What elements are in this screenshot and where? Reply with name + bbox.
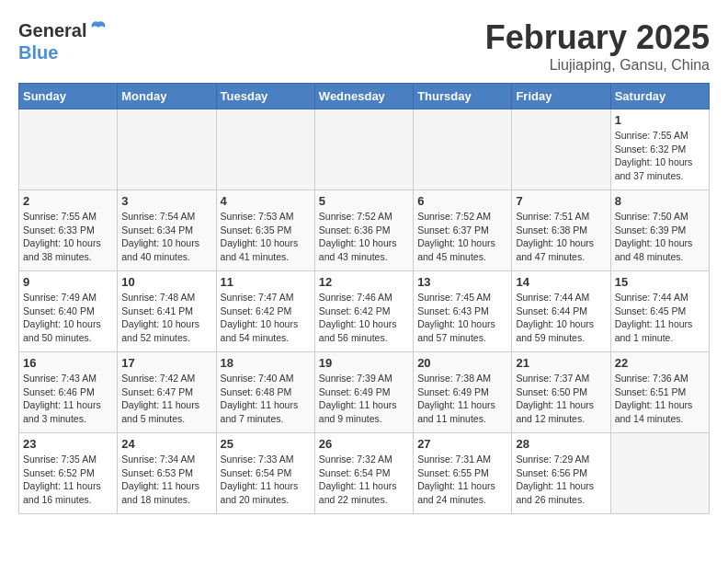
day-number: 13 bbox=[417, 275, 507, 289]
calendar-cell: 4Sunrise: 7:53 AM Sunset: 6:35 PM Daylig… bbox=[216, 190, 314, 271]
calendar-cell: 15Sunrise: 7:44 AM Sunset: 6:45 PM Dayli… bbox=[610, 271, 709, 352]
weekday-header-row: SundayMondayTuesdayWednesdayThursdayFrid… bbox=[19, 84, 710, 109]
day-number: 6 bbox=[417, 194, 507, 208]
day-number: 23 bbox=[23, 437, 113, 451]
day-number: 26 bbox=[319, 437, 409, 451]
day-info: Sunrise: 7:40 AM Sunset: 6:48 PM Dayligh… bbox=[221, 372, 311, 426]
day-info: Sunrise: 7:37 AM Sunset: 6:50 PM Dayligh… bbox=[516, 372, 606, 426]
logo-general: General bbox=[18, 20, 86, 41]
calendar-cell: 12Sunrise: 7:46 AM Sunset: 6:42 PM Dayli… bbox=[314, 271, 413, 352]
day-info: Sunrise: 7:34 AM Sunset: 6:53 PM Dayligh… bbox=[121, 453, 211, 507]
day-info: Sunrise: 7:51 AM Sunset: 6:38 PM Dayligh… bbox=[516, 210, 606, 264]
title-section: February 2025 Liujiaping, Gansu, China bbox=[485, 18, 710, 74]
logo: General Blue bbox=[18, 18, 110, 63]
calendar-table: SundayMondayTuesdayWednesdayThursdayFrid… bbox=[18, 83, 710, 514]
day-info: Sunrise: 7:35 AM Sunset: 6:52 PM Dayligh… bbox=[23, 453, 113, 507]
weekday-header-tuesday: Tuesday bbox=[216, 84, 314, 109]
day-info: Sunrise: 7:52 AM Sunset: 6:36 PM Dayligh… bbox=[319, 210, 409, 264]
calendar-cell bbox=[512, 109, 610, 190]
day-info: Sunrise: 7:42 AM Sunset: 6:47 PM Dayligh… bbox=[121, 372, 211, 426]
day-number: 10 bbox=[121, 275, 211, 289]
day-number: 21 bbox=[516, 356, 606, 370]
day-number: 18 bbox=[221, 356, 311, 370]
day-number: 7 bbox=[516, 194, 606, 208]
day-info: Sunrise: 7:54 AM Sunset: 6:34 PM Dayligh… bbox=[121, 210, 211, 264]
day-number: 17 bbox=[121, 356, 211, 370]
day-number: 27 bbox=[417, 437, 507, 451]
logo-bird-icon bbox=[88, 18, 108, 42]
calendar-cell: 11Sunrise: 7:47 AM Sunset: 6:42 PM Dayli… bbox=[216, 271, 314, 352]
weekday-header-sunday: Sunday bbox=[19, 84, 118, 109]
calendar-week-3: 9Sunrise: 7:49 AM Sunset: 6:40 PM Daylig… bbox=[19, 271, 710, 352]
calendar-subtitle: Liujiaping, Gansu, China bbox=[485, 57, 710, 74]
day-info: Sunrise: 7:50 AM Sunset: 6:39 PM Dayligh… bbox=[615, 210, 705, 264]
calendar-cell: 25Sunrise: 7:33 AM Sunset: 6:54 PM Dayli… bbox=[216, 433, 314, 514]
weekday-header-saturday: Saturday bbox=[610, 84, 709, 109]
calendar-cell: 5Sunrise: 7:52 AM Sunset: 6:36 PM Daylig… bbox=[314, 190, 413, 271]
calendar-cell bbox=[610, 433, 709, 514]
day-number: 15 bbox=[615, 275, 705, 289]
day-info: Sunrise: 7:48 AM Sunset: 6:41 PM Dayligh… bbox=[121, 291, 211, 345]
weekday-header-thursday: Thursday bbox=[414, 84, 512, 109]
day-number: 20 bbox=[417, 356, 507, 370]
calendar-cell: 6Sunrise: 7:52 AM Sunset: 6:37 PM Daylig… bbox=[414, 190, 512, 271]
calendar-cell: 27Sunrise: 7:31 AM Sunset: 6:55 PM Dayli… bbox=[414, 433, 512, 514]
calendar-cell bbox=[118, 109, 216, 190]
calendar-cell: 19Sunrise: 7:39 AM Sunset: 6:49 PM Dayli… bbox=[314, 352, 413, 433]
day-info: Sunrise: 7:36 AM Sunset: 6:51 PM Dayligh… bbox=[615, 372, 705, 426]
day-number: 14 bbox=[516, 275, 606, 289]
calendar-cell: 7Sunrise: 7:51 AM Sunset: 6:38 PM Daylig… bbox=[512, 190, 610, 271]
day-info: Sunrise: 7:55 AM Sunset: 6:32 PM Dayligh… bbox=[615, 129, 705, 183]
calendar-cell bbox=[216, 109, 314, 190]
day-info: Sunrise: 7:32 AM Sunset: 6:54 PM Dayligh… bbox=[319, 453, 409, 507]
day-info: Sunrise: 7:33 AM Sunset: 6:54 PM Dayligh… bbox=[221, 453, 311, 507]
calendar-cell: 2Sunrise: 7:55 AM Sunset: 6:33 PM Daylig… bbox=[19, 190, 118, 271]
day-number: 9 bbox=[23, 275, 113, 289]
calendar-cell: 14Sunrise: 7:44 AM Sunset: 6:44 PM Dayli… bbox=[512, 271, 610, 352]
calendar-cell: 24Sunrise: 7:34 AM Sunset: 6:53 PM Dayli… bbox=[118, 433, 216, 514]
calendar-title: February 2025 bbox=[485, 18, 710, 57]
calendar-cell: 9Sunrise: 7:49 AM Sunset: 6:40 PM Daylig… bbox=[19, 271, 118, 352]
page-header: General Blue February 2025 Liujiaping, G… bbox=[18, 18, 710, 74]
day-number: 4 bbox=[221, 194, 311, 208]
day-info: Sunrise: 7:31 AM Sunset: 6:55 PM Dayligh… bbox=[417, 453, 507, 507]
day-number: 1 bbox=[615, 113, 705, 127]
day-number: 22 bbox=[615, 356, 705, 370]
calendar-week-1: 1Sunrise: 7:55 AM Sunset: 6:32 PM Daylig… bbox=[19, 109, 710, 190]
calendar-cell: 8Sunrise: 7:50 AM Sunset: 6:39 PM Daylig… bbox=[610, 190, 709, 271]
day-info: Sunrise: 7:29 AM Sunset: 6:56 PM Dayligh… bbox=[516, 453, 606, 507]
day-info: Sunrise: 7:45 AM Sunset: 6:43 PM Dayligh… bbox=[417, 291, 507, 345]
day-number: 24 bbox=[121, 437, 211, 451]
calendar-cell: 10Sunrise: 7:48 AM Sunset: 6:41 PM Dayli… bbox=[118, 271, 216, 352]
calendar-cell: 28Sunrise: 7:29 AM Sunset: 6:56 PM Dayli… bbox=[512, 433, 610, 514]
calendar-cell: 20Sunrise: 7:38 AM Sunset: 6:49 PM Dayli… bbox=[414, 352, 512, 433]
weekday-header-monday: Monday bbox=[118, 84, 216, 109]
day-number: 25 bbox=[221, 437, 311, 451]
calendar-cell: 13Sunrise: 7:45 AM Sunset: 6:43 PM Dayli… bbox=[414, 271, 512, 352]
weekday-header-wednesday: Wednesday bbox=[314, 84, 413, 109]
calendar-week-5: 23Sunrise: 7:35 AM Sunset: 6:52 PM Dayli… bbox=[19, 433, 710, 514]
day-info: Sunrise: 7:47 AM Sunset: 6:42 PM Dayligh… bbox=[221, 291, 311, 345]
calendar-cell: 21Sunrise: 7:37 AM Sunset: 6:50 PM Dayli… bbox=[512, 352, 610, 433]
calendar-cell: 17Sunrise: 7:42 AM Sunset: 6:47 PM Dayli… bbox=[118, 352, 216, 433]
calendar-week-4: 16Sunrise: 7:43 AM Sunset: 6:46 PM Dayli… bbox=[19, 352, 710, 433]
logo-blue: Blue bbox=[18, 42, 58, 63]
day-info: Sunrise: 7:43 AM Sunset: 6:46 PM Dayligh… bbox=[23, 372, 113, 426]
calendar-week-2: 2Sunrise: 7:55 AM Sunset: 6:33 PM Daylig… bbox=[19, 190, 710, 271]
day-info: Sunrise: 7:46 AM Sunset: 6:42 PM Dayligh… bbox=[319, 291, 409, 345]
day-info: Sunrise: 7:39 AM Sunset: 6:49 PM Dayligh… bbox=[319, 372, 409, 426]
calendar-cell: 3Sunrise: 7:54 AM Sunset: 6:34 PM Daylig… bbox=[118, 190, 216, 271]
calendar-cell: 26Sunrise: 7:32 AM Sunset: 6:54 PM Dayli… bbox=[314, 433, 413, 514]
day-number: 2 bbox=[23, 194, 113, 208]
calendar-cell: 23Sunrise: 7:35 AM Sunset: 6:52 PM Dayli… bbox=[19, 433, 118, 514]
day-number: 8 bbox=[615, 194, 705, 208]
calendar-cell bbox=[414, 109, 512, 190]
day-number: 19 bbox=[319, 356, 409, 370]
day-info: Sunrise: 7:49 AM Sunset: 6:40 PM Dayligh… bbox=[23, 291, 113, 345]
day-info: Sunrise: 7:52 AM Sunset: 6:37 PM Dayligh… bbox=[417, 210, 507, 264]
day-info: Sunrise: 7:53 AM Sunset: 6:35 PM Dayligh… bbox=[221, 210, 311, 264]
calendar-cell: 1Sunrise: 7:55 AM Sunset: 6:32 PM Daylig… bbox=[610, 109, 709, 190]
day-info: Sunrise: 7:55 AM Sunset: 6:33 PM Dayligh… bbox=[23, 210, 113, 264]
calendar-cell: 16Sunrise: 7:43 AM Sunset: 6:46 PM Dayli… bbox=[19, 352, 118, 433]
day-number: 5 bbox=[319, 194, 409, 208]
